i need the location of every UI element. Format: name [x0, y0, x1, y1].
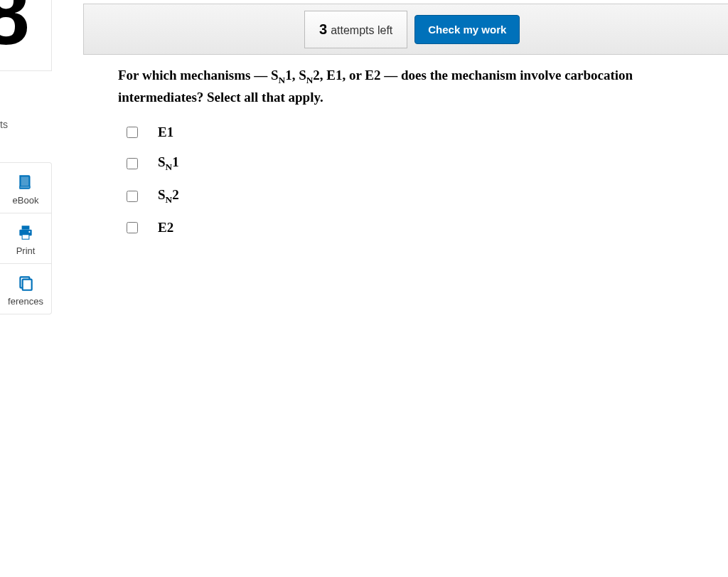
attempts-count: 3: [319, 21, 327, 38]
check-my-work-button[interactable]: Check my work: [414, 15, 520, 44]
svg-rect-1: [20, 187, 29, 188]
book-icon: [0, 173, 51, 191]
answer-option-sn1[interactable]: SN1: [127, 150, 685, 177]
question-prompt: For which mechanisms — SN1, SN2, E1, or …: [118, 65, 685, 107]
sidebar-item-print[interactable]: Print: [0, 213, 51, 264]
option-label: SN2: [158, 187, 179, 206]
option-text-segment: S: [158, 154, 166, 169]
svg-rect-8: [23, 280, 32, 290]
question-content: For which mechanisms — SN1, SN2, E1, or …: [118, 65, 685, 245]
references-icon: [0, 274, 51, 292]
option-label: E2: [158, 220, 173, 235]
answer-option-sn2[interactable]: SN2: [127, 183, 685, 210]
option-subscript: N: [166, 162, 173, 172]
sidebar-item-references[interactable]: ferences: [0, 264, 51, 314]
option-subscript: N: [166, 194, 173, 205]
svg-rect-5: [23, 235, 29, 238]
svg-point-6: [28, 231, 30, 233]
attempts-text: attempts left: [331, 24, 392, 37]
sidebar: eBook Print ferences: [0, 162, 52, 314]
prompt-subscript: N: [279, 75, 286, 85]
prompt-text-segment: For which mechanisms —: [118, 68, 271, 83]
checkbox-e2[interactable]: [127, 222, 138, 233]
svg-rect-2: [22, 226, 30, 229]
checkbox-sn1[interactable]: [127, 158, 138, 169]
option-label: SN1: [158, 154, 179, 173]
answer-option-e2[interactable]: E2: [127, 216, 685, 240]
option-text-segment: 2: [172, 187, 179, 202]
prompt-text-segment: 1,: [285, 68, 299, 83]
printer-icon: [0, 223, 51, 242]
prompt-subscript: N: [306, 75, 314, 85]
top-toolbar: 3 attempts left Check my work: [83, 4, 728, 55]
sidebar-item-label: ferences: [0, 296, 51, 307]
question-number-box: 8: [0, 0, 52, 71]
sidebar-item-label: Print: [0, 245, 51, 256]
attempts-indicator: 3 attempts left: [304, 11, 407, 48]
checkbox-e1[interactable]: [127, 127, 138, 138]
left-cutoff-label: ts: [0, 119, 8, 130]
option-text-segment: S: [158, 187, 166, 202]
sidebar-item-ebook[interactable]: eBook: [0, 163, 51, 213]
question-number: 8: [0, 0, 30, 57]
prompt-text-segment: S: [299, 68, 306, 83]
sidebar-item-label: eBook: [0, 195, 51, 206]
option-label: E1: [158, 125, 173, 140]
checkbox-sn2[interactable]: [127, 191, 138, 202]
option-text-segment: 1: [172, 154, 179, 169]
prompt-text-segment: S: [271, 68, 279, 83]
answer-option-e1[interactable]: E1: [127, 120, 685, 144]
